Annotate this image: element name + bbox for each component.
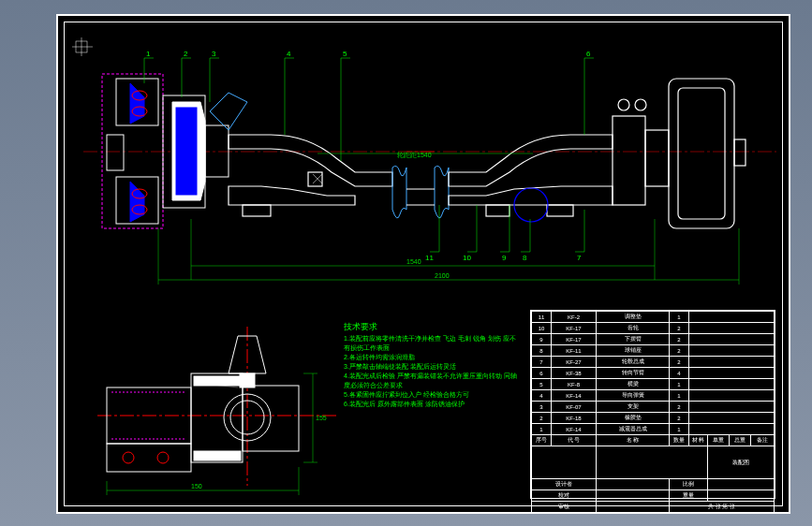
dim-150: 150: [191, 483, 202, 489]
svg-text:10: 10: [463, 254, 471, 262]
svg-rect-85: [194, 451, 241, 460]
svg-text:9: 9: [502, 254, 507, 262]
svg-rect-14: [243, 205, 271, 216]
table-row: 9KF-17下摆臂2: [532, 334, 775, 345]
svg-rect-27: [645, 130, 669, 186]
tech-req-6: 6.装配完后 原外露部件表面 涂防锈油保护: [344, 400, 522, 409]
hdr-no: 序号: [532, 435, 552, 446]
table-row: 1KF-14减震器总成1: [532, 424, 775, 435]
parts-list-table: 11KF-2调整垫110KF-17齿轮29KF-17下摆臂28KF-11球销座2…: [531, 311, 775, 513]
drawing-title: 装配图: [708, 446, 775, 479]
parts-header-row: 序号 代 号 名 称 数量 材 料 单重 总重 备注: [532, 435, 775, 446]
dim-155: 155: [316, 415, 327, 421]
svg-text:11: 11: [425, 254, 434, 262]
table-row: 10KF-17齿轮2: [532, 323, 775, 334]
tech-req-1: 1.装配前应将零件清洗干净并检查 飞边 毛刺 锐角 划伤 应不 有损伤工作表面: [344, 334, 522, 353]
svg-text:6: 6: [586, 50, 591, 58]
svg-rect-74: [107, 444, 191, 472]
svg-rect-13: [205, 125, 229, 177]
svg-point-76: [157, 452, 169, 463]
hdr-note: 备注: [751, 435, 775, 446]
svg-text:8: 8: [523, 254, 527, 262]
svg-rect-29: [678, 88, 725, 219]
dim-2100: 2100: [435, 272, 450, 279]
svg-rect-21: [547, 205, 573, 216]
svg-text:7: 7: [577, 254, 582, 262]
table-row: 3KF-07支架2: [532, 402, 775, 413]
table-row: 11KF-2调整垫1: [532, 312, 775, 323]
hdr-name: 名 称: [597, 435, 670, 446]
dim-1540: 1540: [406, 258, 421, 265]
tech-req-5: 5.各紧固件应拧紧到位入户 经检验合格方可: [344, 390, 522, 400]
svg-rect-79: [191, 373, 243, 462]
svg-text:1: 1: [146, 50, 151, 58]
drawing-sheet: 1 2 3 4 5 6 7 8 9 10 11 轮距距1540 1540 210…: [56, 14, 790, 514]
hdr-code: 代 号: [552, 435, 597, 446]
svg-text:4: 4: [287, 50, 291, 58]
dim-track: 轮距距1540: [397, 152, 432, 158]
svg-rect-24: [613, 116, 645, 205]
svg-text:3: 3: [212, 50, 216, 58]
tech-req-3: 3.严禁敲击轴端使装配 装配后运转灵活: [344, 362, 522, 372]
svg-text:5: 5: [343, 50, 347, 58]
svg-point-75: [123, 452, 134, 463]
tech-req-header: 技术要求: [344, 322, 522, 331]
hdr-total: 总重: [730, 435, 751, 446]
svg-point-26: [635, 99, 646, 110]
svg-rect-30: [734, 139, 746, 166]
hdr-mat: 材 料: [689, 435, 708, 446]
viewport: 1 2 3 4 5 6 7 8 9 10 11 轮距距1540 1540 210…: [0, 0, 812, 526]
svg-rect-7: [107, 135, 124, 170]
svg-rect-22: [486, 205, 509, 216]
svg-text:2: 2: [184, 50, 188, 58]
svg-rect-83: [240, 373, 255, 387]
svg-point-25: [618, 99, 629, 110]
table-row: 7KF-27轮毂总成2: [532, 357, 775, 368]
tech-req-4: 4.装配完成后检验 严禁有漏装错装不允许重压重向转动 同轴度必须符合公差要求: [344, 372, 522, 390]
svg-rect-84: [194, 376, 241, 386]
title-block: 11KF-2调整垫110KF-17齿轮29KF-17下摆臂28KF-11球销座2…: [530, 310, 775, 499]
table-row: 4KF-14导向弹簧1: [532, 390, 775, 402]
hdr-single: 单重: [708, 435, 730, 446]
table-row: 2KF-18橡胶垫2: [532, 413, 775, 424]
tech-requirements: 技术要求 1.装配前应将零件清洗干净并检查 飞边 毛刺 锐角 划伤 应不 有损伤…: [344, 322, 522, 409]
tech-req-2: 2.各运转件均需涂润滑脂: [344, 353, 522, 362]
svg-rect-15: [308, 172, 322, 186]
table-row: 8KF-11球销座2: [532, 345, 775, 357]
table-row: 5KF-8横梁1: [532, 379, 775, 390]
inner-border: 1 2 3 4 5 6 7 8 9 10 11 轮距距1540 1540 210…: [64, 22, 783, 506]
hdr-qty: 数量: [670, 435, 689, 446]
table-row: 6KF-38转向节臂4: [532, 368, 775, 379]
